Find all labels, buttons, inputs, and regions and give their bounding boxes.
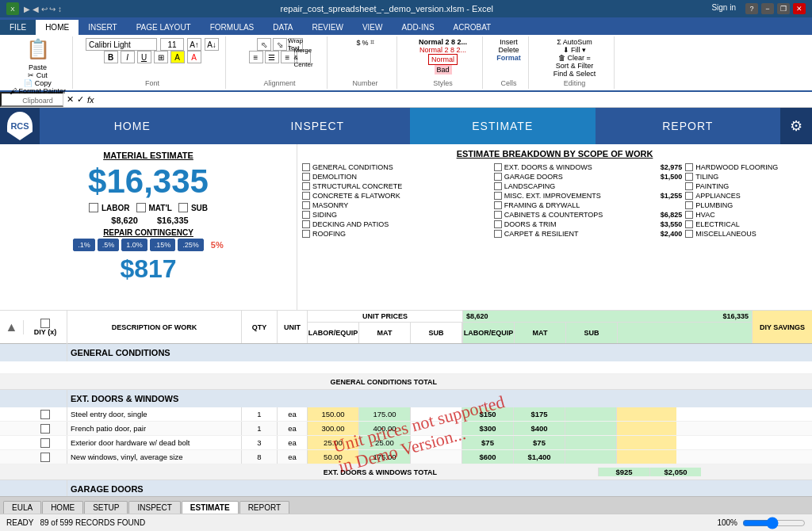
mat-checkbox[interactable] — [136, 203, 146, 212]
bd-check-4[interactable] — [302, 201, 310, 209]
bd-check-19[interactable] — [685, 192, 693, 200]
close-btn[interactable]: ✕ — [793, 3, 806, 14]
format-painter-btn[interactable]: 🖌 Format Painter — [10, 87, 66, 95]
align-right-btn[interactable]: ≡ — [281, 51, 295, 63]
font-grow-btn[interactable]: A↑ — [187, 38, 201, 51]
spread-content: MATERIAL ESTIMATE $16,335 LABOR MAT'L — [0, 144, 812, 496]
minimize-btn[interactable]: − — [761, 3, 774, 14]
tab-data[interactable]: DATA — [263, 20, 302, 35]
font-name-input[interactable] — [86, 38, 157, 51]
total-labor-2: $300 — [462, 422, 514, 435]
bd-check-12[interactable] — [494, 201, 502, 209]
sub-price-2 — [411, 422, 462, 435]
bd-check-14[interactable] — [494, 220, 502, 228]
diy-checkbox[interactable] — [40, 319, 50, 328]
bd-check-22[interactable] — [685, 220, 693, 228]
formula-confirm[interactable]: ✓ — [77, 94, 84, 105]
bd-check-15[interactable] — [494, 230, 502, 238]
tab-acrobat[interactable]: ACROBAT — [444, 20, 501, 35]
number-label: Number — [353, 78, 378, 87]
cont-btn-1[interactable]: .1% — [73, 239, 95, 251]
cont-btn-3[interactable]: 1.0% — [121, 239, 147, 251]
tab-review[interactable]: REVIEW — [302, 20, 352, 35]
tab-home[interactable]: HOME — [36, 20, 79, 35]
tab-insert[interactable]: INSERT — [79, 20, 127, 35]
align-tc-btn[interactable]: ⬂ — [273, 38, 287, 51]
align-center-btn[interactable]: ☰ — [265, 51, 279, 63]
bd-check-9[interactable] — [494, 173, 502, 181]
cut-btn[interactable]: ✂ Cut — [28, 71, 48, 79]
bd-check-6[interactable] — [302, 220, 310, 228]
bd-check-5[interactable] — [302, 211, 310, 219]
formula-input[interactable] — [98, 95, 812, 105]
row-check-2[interactable] — [40, 424, 50, 434]
bd-check-11[interactable] — [494, 192, 502, 200]
bd-check-1[interactable] — [302, 173, 310, 181]
bd-check-0[interactable] — [302, 163, 310, 171]
align-tl-btn[interactable]: ⬁ — [257, 38, 271, 51]
tab-estimate-sheet[interactable]: ESTIMATE — [182, 501, 239, 514]
row-check-3[interactable] — [40, 438, 50, 448]
tab-inspect[interactable]: INSPECT — [128, 501, 180, 514]
tab-addins[interactable]: ADD-INS — [392, 20, 443, 35]
underline-btn[interactable]: U — [137, 51, 151, 63]
tab-report[interactable]: REPORT — [239, 501, 290, 514]
labor-value: $8,620 — [111, 216, 138, 225]
formula-fx[interactable]: fx — [87, 95, 94, 105]
cont-btn-4[interactable]: .15% — [150, 239, 176, 251]
fill-color-btn[interactable]: A — [170, 51, 185, 63]
bd-check-3[interactable] — [302, 192, 310, 200]
bd-check-2[interactable] — [302, 182, 310, 190]
nav-estimate[interactable]: Estimate — [410, 108, 596, 144]
nav-inspect[interactable]: Inspect — [225, 108, 411, 144]
restore-btn[interactable]: ❐ — [777, 3, 790, 14]
tab-view[interactable]: VIEW — [353, 20, 393, 35]
total-labor-1: $150 — [462, 407, 514, 421]
sign-in[interactable]: Sign in — [711, 3, 736, 14]
bd-check-7[interactable] — [302, 230, 310, 238]
bd-check-17[interactable] — [685, 173, 693, 181]
tab-file[interactable]: FILE — [0, 20, 36, 35]
bd-check-20[interactable] — [685, 201, 693, 209]
up-labor-header: LABOR/EQUIP — [308, 323, 359, 343]
tab-formulas[interactable]: FORMULAS — [201, 20, 264, 35]
tab-home-sheet[interactable]: HOME — [42, 501, 83, 514]
mat-price-1: 175.00 — [359, 407, 411, 421]
bd-check-13[interactable] — [494, 211, 502, 219]
gd-title: GARAGE DOORS — [67, 484, 812, 494]
cont-btn-5[interactable]: .25% — [178, 239, 204, 251]
nav-report[interactable]: Report — [596, 108, 781, 144]
bd-check-23[interactable] — [685, 230, 693, 238]
bd-check-21[interactable] — [685, 211, 693, 219]
tab-setup[interactable]: SETUP — [84, 501, 128, 514]
merge-btn[interactable]: Merge & Center — [297, 51, 311, 63]
border-btn[interactable]: ⊞ — [154, 51, 168, 63]
clear-btn[interactable]: 🗑 Clear = — [558, 54, 590, 62]
tab-eula[interactable]: EULA — [3, 501, 41, 514]
font-size-input[interactable] — [160, 38, 184, 51]
sub-checkbox[interactable] — [178, 203, 188, 212]
tab-page-layout[interactable]: PAGE LAYOUT — [127, 20, 201, 35]
italic-btn[interactable]: I — [121, 51, 135, 63]
help-btn[interactable]: ? — [745, 3, 758, 14]
zoom-slider[interactable] — [742, 518, 806, 528]
copy-btn[interactable]: 📄 Copy — [24, 79, 52, 87]
bold-btn[interactable]: B — [104, 51, 118, 63]
nav-home[interactable]: Home — [40, 108, 225, 144]
cont-btn-2[interactable]: .5% — [98, 239, 120, 251]
paste-btn[interactable]: 📋 Paste — [26, 38, 50, 71]
font-row2: B I U ⊞ A A — [104, 51, 201, 63]
font-color-btn[interactable]: A — [187, 51, 201, 63]
settings-icon[interactable]: ⚙ — [780, 108, 812, 144]
row-check-1[interactable] — [40, 410, 50, 419]
formula-cancel[interactable]: ✕ — [67, 94, 74, 105]
bd-check-10[interactable] — [494, 182, 502, 190]
bd-item-10: LANDSCAPING — [494, 182, 616, 190]
font-shrink-btn[interactable]: A↓ — [205, 38, 219, 51]
bd-check-16[interactable] — [685, 163, 693, 171]
bd-check-8[interactable] — [494, 163, 502, 171]
bd-check-18[interactable] — [685, 182, 693, 190]
align-left-btn[interactable]: ≡ — [249, 51, 263, 63]
labor-checkbox[interactable] — [89, 203, 98, 212]
row-check-4[interactable] — [40, 453, 50, 462]
